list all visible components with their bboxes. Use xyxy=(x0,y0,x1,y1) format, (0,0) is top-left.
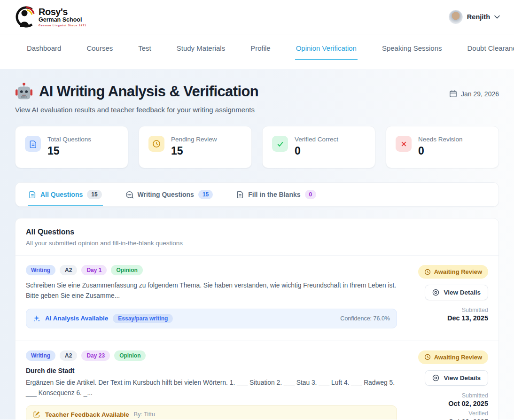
eye-icon xyxy=(432,289,439,296)
stat-value: 15 xyxy=(47,145,91,157)
stats-row: Total Questions 15 Pending Review 15 xyxy=(15,126,499,168)
nav-item-opinion-verification[interactable]: Opinion Verification xyxy=(295,34,358,60)
badge-level: A2 xyxy=(60,350,77,361)
teacher-feedback-by: By: Tittu xyxy=(134,411,155,418)
nav-item-study-materials[interactable]: Study Materials xyxy=(176,34,226,60)
question-text: Schreiben Sie eine Zusammenfassung zu fo… xyxy=(26,280,397,302)
teacher-feedback-label: Teacher Feedback Available xyxy=(45,411,129,418)
badge-day: Day 1 xyxy=(81,265,107,275)
brand-logo[interactable]: Rosy's German School German Linguist Sin… xyxy=(14,6,86,28)
view-details-label: View Details xyxy=(444,374,481,381)
stat-label: Total Questions xyxy=(47,136,91,143)
submitted-label: Submitted xyxy=(447,307,488,313)
ai-analysis-label: AI Analysis Available xyxy=(45,315,108,322)
stat-card-needs-revision: Needs Revision 0 xyxy=(386,126,499,168)
view-details-label: View Details xyxy=(444,289,481,296)
clock-icon xyxy=(424,269,431,275)
nav-item-courses[interactable]: Courses xyxy=(86,34,114,60)
badge-opinion: Opinion xyxy=(114,350,146,361)
document-icon xyxy=(236,191,244,198)
hero-date: Jan 29, 2026 xyxy=(449,90,499,98)
tab-fill-in-the-blanks[interactable]: Fill in the Blanks 0 xyxy=(235,183,317,206)
section-header: All Questions All your submitted opinion… xyxy=(16,218,498,256)
check-icon xyxy=(272,136,288,152)
verified-block: Verified Oct 02, 2025 xyxy=(448,410,488,420)
status-label: Awaiting Review xyxy=(434,268,482,275)
stat-card-total-questions: Total Questions 15 xyxy=(15,126,128,168)
x-icon xyxy=(396,136,412,152)
question-main: Writing A2 Day 1 Opinion Schreiben Sie e… xyxy=(26,265,408,328)
nav-item-speaking-sessions[interactable]: Speaking Sessions xyxy=(381,34,443,60)
avatar xyxy=(449,10,463,24)
submitted-block: Submitted Oct 02, 2025 xyxy=(448,392,488,407)
chat-icon xyxy=(125,191,133,199)
document-icon xyxy=(25,136,41,152)
ai-analysis-row: AI Analysis Available Essay/para writing… xyxy=(26,309,397,328)
question-main: Writing A2 Day 23 Opinion Durch die Stad… xyxy=(26,350,408,420)
verified-date: Oct 02, 2025 xyxy=(448,418,488,420)
view-details-button[interactable]: View Details xyxy=(425,285,488,300)
tab-all-questions[interactable]: All Questions 15 xyxy=(28,183,103,206)
brand-name: Rosy's xyxy=(39,7,86,16)
question-text: Ergänzen Sie die Artikel. Der Text im Ku… xyxy=(26,378,397,399)
tab-count-badge: 15 xyxy=(198,190,213,199)
view-details-button[interactable]: View Details xyxy=(425,370,488,386)
stat-card-verified-correct: Verified Correct 0 xyxy=(262,126,375,168)
document-icon xyxy=(29,191,36,198)
tab-count-badge: 15 xyxy=(87,190,101,199)
question-row: Writing A2 Day 1 Opinion Schreiben Sie e… xyxy=(16,256,498,341)
top-bar: Rosy's German School German Linguist Sin… xyxy=(0,0,514,34)
brand-tagline: German Linguist Since 1971 xyxy=(39,24,86,27)
current-date: Jan 29, 2026 xyxy=(461,90,499,98)
nav-item-dashboard[interactable]: Dashboard xyxy=(26,34,62,60)
stat-value: 15 xyxy=(171,145,217,157)
brand-text: Rosy's German School German Linguist Sin… xyxy=(39,7,86,27)
all-questions-card: All Questions All your submitted opinion… xyxy=(15,218,499,420)
page-content: AI Writing Analysis & Verification View … xyxy=(0,69,514,420)
nav-item-profile[interactable]: Profile xyxy=(249,34,272,60)
status-label: Awaiting Review xyxy=(434,354,482,361)
page-subtitle: View AI evaluation results and teacher f… xyxy=(15,106,258,114)
hero-left: AI Writing Analysis & Verification View … xyxy=(15,82,258,114)
stat-label: Verified Correct xyxy=(295,136,338,143)
badge-opinion: Opinion xyxy=(111,265,142,275)
hero: AI Writing Analysis & Verification View … xyxy=(15,82,499,114)
brand-emblem-icon xyxy=(14,6,36,28)
status-badge: Awaiting Review xyxy=(418,265,488,279)
clock-icon xyxy=(148,136,164,152)
question-side: Awaiting Review View Details Submitted D… xyxy=(408,265,488,328)
section-title: All Questions xyxy=(26,228,488,236)
section-subtitle: All your submitted opinion and fill-in-t… xyxy=(26,240,488,247)
page-title: AI Writing Analysis & Verification xyxy=(15,82,258,101)
question-side: Awaiting Review View Details Submitted O… xyxy=(408,350,488,420)
badge-level: A2 xyxy=(60,265,77,275)
brand-name-2: German School xyxy=(39,17,86,23)
teacher-feedback-row: Teacher Feedback Available By: Tittu xyxy=(26,405,397,420)
submitted-block: Submitted Dec 13, 2025 xyxy=(447,307,488,322)
stat-body: Pending Review 15 xyxy=(171,136,217,157)
nav-item-test[interactable]: Test xyxy=(137,34,152,60)
stat-label: Needs Revision xyxy=(418,136,463,143)
user-menu[interactable]: Renjith xyxy=(449,10,500,24)
stat-value: 0 xyxy=(418,145,463,157)
question-tabs: All Questions 15 Writing Questions 15 Fi… xyxy=(15,182,499,207)
page-title-text: AI Writing Analysis & Verification xyxy=(39,83,258,100)
tab-label: Writing Questions xyxy=(138,191,194,198)
robot-icon xyxy=(15,82,33,101)
eye-icon xyxy=(432,374,439,381)
badge-writing: Writing xyxy=(26,265,55,275)
nav-item-doubt-clearance[interactable]: Doubt Clearance xyxy=(467,34,514,60)
stat-label: Pending Review xyxy=(171,136,217,143)
tab-count-badge: 0 xyxy=(305,190,317,199)
question-badges: Writing A2 Day 1 Opinion xyxy=(26,265,397,275)
tab-writing-questions[interactable]: Writing Questions 15 xyxy=(125,183,214,206)
submitted-date: Oct 02, 2025 xyxy=(448,400,488,407)
question-badges: Writing A2 Day 23 Opinion xyxy=(26,350,397,361)
question-row: Writing A2 Day 23 Opinion Durch die Stad… xyxy=(16,341,498,420)
stat-body: Total Questions 15 xyxy=(47,136,91,157)
ai-analysis-left: AI Analysis Available Essay/para writing xyxy=(33,314,173,323)
verified-label: Verified xyxy=(448,410,488,417)
user-name: Renjith xyxy=(467,13,490,21)
sparkle-icon xyxy=(33,315,40,322)
ai-analysis-tag: Essay/para writing xyxy=(113,314,173,323)
